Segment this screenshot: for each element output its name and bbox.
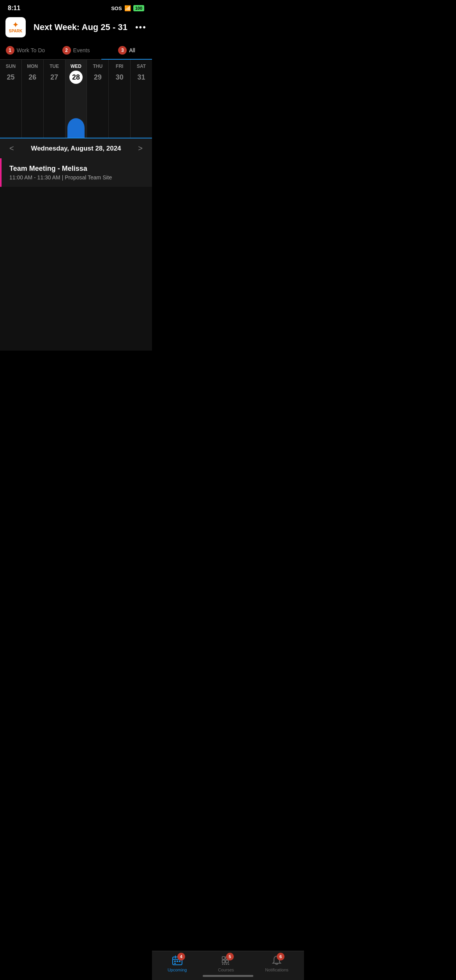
day-name-wed: WED (71, 64, 81, 69)
tab-badge-3: 3 (118, 46, 127, 55)
day-col-fri[interactable]: FRI 30 (109, 60, 131, 138)
day-num-mon: 26 (26, 71, 39, 84)
day-col-sun[interactable]: SUN 25 (0, 60, 22, 138)
wifi-icon: 📶 (124, 5, 131, 11)
more-button[interactable]: ••• (135, 22, 147, 32)
tab-work-todo[interactable]: 1 Work To Do (0, 41, 51, 59)
tab-label-all: All (129, 47, 135, 53)
app-header: ✦ SPARK Next Week: Aug 25 - 31 ••• (0, 14, 152, 41)
day-col-sat[interactable]: SAT 31 (131, 60, 152, 138)
day-col-tue[interactable]: TUE 27 (44, 60, 65, 138)
current-date-label: Wednesday, August 28, 2024 (31, 145, 121, 152)
activity-bump (67, 118, 85, 138)
day-num-tue: 27 (48, 71, 61, 84)
tab-all[interactable]: 3 All (101, 41, 152, 59)
date-navigation: < Wednesday, August 28, 2024 > (0, 138, 152, 158)
status-time: 8:11 (8, 5, 20, 12)
day-bump-wed (65, 114, 87, 138)
event-title: Team Meeting - Melissa (9, 165, 146, 173)
day-bump-fri (109, 114, 130, 138)
day-num-sun: 25 (4, 71, 17, 84)
page-title: Next Week: Aug 25 - 31 (34, 22, 127, 32)
day-name-sun: SUN (6, 64, 16, 69)
day-bump-mon (22, 114, 43, 138)
day-bump-tue (44, 114, 65, 138)
day-name-thu: THU (93, 64, 103, 69)
day-col-wed[interactable]: WED 28 (65, 60, 87, 138)
week-grid: SUN 25 MON 26 TUE 27 WED 28 THU 29 FRI 3… (0, 60, 152, 138)
logo-text: ✦ SPARK (9, 21, 22, 34)
event-time: 11:00 AM - 11:30 AM | Proposal Team Site (9, 174, 146, 181)
tab-badge-1: 1 (6, 46, 14, 55)
day-num-fri: 30 (113, 71, 126, 84)
day-name-mon: MON (27, 64, 38, 69)
sos-indicator: SOS (111, 5, 122, 11)
tab-label-events: Events (73, 47, 90, 53)
day-name-fri: FRI (116, 64, 123, 69)
next-day-button[interactable]: > (135, 144, 146, 153)
content-area (0, 187, 152, 351)
tab-badge-2: 2 (62, 46, 71, 55)
day-col-thu[interactable]: THU 29 (87, 60, 109, 138)
day-col-mon[interactable]: MON 26 (22, 60, 44, 138)
day-num-wed: 28 (69, 71, 83, 84)
tab-events[interactable]: 2 Events (51, 41, 101, 59)
day-name-sat: SAT (137, 64, 146, 69)
day-num-thu: 29 (91, 71, 104, 84)
battery-indicator: 100 (133, 5, 144, 11)
status-bar: 8:11 SOS 📶 100 (0, 0, 152, 14)
day-bump-sat (131, 114, 152, 138)
day-num-sat: 31 (135, 71, 148, 84)
tabs-container: 1 Work To Do 2 Events 3 All (0, 41, 152, 60)
prev-day-button[interactable]: < (6, 144, 17, 153)
day-bump-thu (87, 114, 108, 138)
status-indicators: SOS 📶 100 (111, 5, 144, 11)
event-card[interactable]: Team Meeting - Melissa 11:00 AM - 11:30 … (0, 158, 152, 187)
day-bump-sun (0, 114, 21, 138)
spark-logo[interactable]: ✦ SPARK (5, 17, 26, 37)
day-name-tue: TUE (49, 64, 59, 69)
tab-label-work: Work To Do (17, 47, 45, 53)
